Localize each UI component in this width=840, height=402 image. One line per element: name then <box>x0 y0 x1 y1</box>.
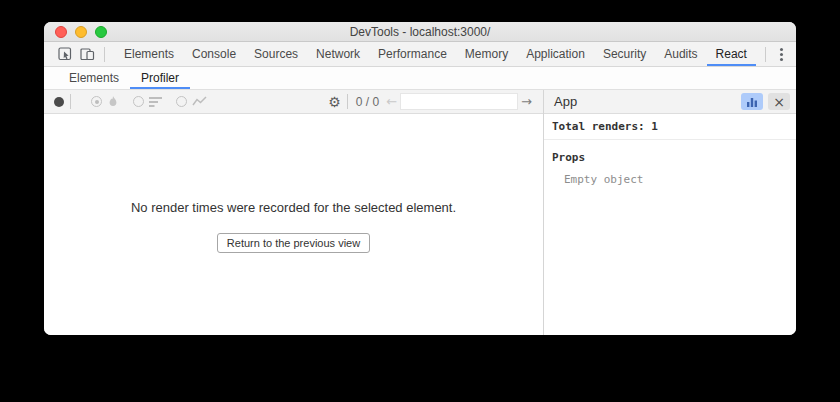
ranked-bars-icon <box>149 97 162 107</box>
window-title: DevTools - localhost:3000/ <box>350 25 491 39</box>
subtab-elements[interactable]: Elements <box>58 67 130 89</box>
total-renders-label: Total renders: <box>552 120 645 133</box>
react-subtabbar: Elements Profiler <box>44 67 796 90</box>
bar-chart-icon <box>746 96 758 107</box>
devtools-window: DevTools - localhost:3000/ Elements Cons… <box>44 22 796 335</box>
props-heading: Props <box>544 140 796 164</box>
radio-interactions[interactable] <box>176 96 187 107</box>
tab-audits[interactable]: Audits <box>655 42 706 66</box>
profiler-toolbar: ⚙ 0 / 0 ← → <box>44 90 543 114</box>
divider <box>765 47 766 62</box>
total-renders-value: 1 <box>651 120 658 133</box>
tab-network[interactable]: Network <box>307 42 369 66</box>
selected-element-panel: Total renders: 1 Props Empty object <box>544 114 796 335</box>
tab-console[interactable]: Console <box>183 42 245 66</box>
zoom-window-button[interactable] <box>95 26 107 38</box>
radio-ranked[interactable] <box>133 96 144 107</box>
selected-element-panel-header: App × <box>544 90 796 114</box>
tab-memory[interactable]: Memory <box>456 42 517 66</box>
empty-state-message: No render times were recorded for the se… <box>131 200 456 215</box>
record-button[interactable] <box>54 97 64 107</box>
return-previous-view-button[interactable]: Return to the previous view <box>217 233 370 253</box>
tab-performance[interactable]: Performance <box>369 42 456 66</box>
mode-interactions[interactable] <box>176 96 207 107</box>
inspect-cursor-icon[interactable] <box>54 44 76 64</box>
tab-sources[interactable]: Sources <box>245 42 307 66</box>
mode-flamegraph[interactable] <box>91 95 119 108</box>
render-chart-button[interactable] <box>741 93 763 110</box>
total-renders-row: Total renders: 1 <box>544 114 796 140</box>
mode-ranked[interactable] <box>133 96 162 107</box>
prev-commit-button[interactable]: ← <box>383 95 400 108</box>
profiler-toolbar-row: ⚙ 0 / 0 ← → App × <box>44 90 796 114</box>
traffic-lights <box>55 26 107 38</box>
close-window-button[interactable] <box>55 26 67 38</box>
tab-elements[interactable]: Elements <box>115 42 183 66</box>
divider <box>70 94 71 109</box>
profiler-main-pane: No render times were recorded for the se… <box>44 114 543 335</box>
next-commit-button[interactable]: → <box>518 95 535 108</box>
search-input[interactable] <box>400 93 518 110</box>
devtools-tabbar: Elements Console Sources Network Perform… <box>44 42 796 67</box>
minimize-window-button[interactable] <box>75 26 87 38</box>
radio-flamegraph[interactable] <box>91 96 102 107</box>
flame-icon <box>107 95 119 108</box>
tab-application[interactable]: Application <box>517 42 594 66</box>
tab-list: Elements Console Sources Network Perform… <box>115 42 759 66</box>
divider <box>104 47 105 62</box>
subtab-profiler[interactable]: Profiler <box>130 67 190 89</box>
tab-react[interactable]: React <box>707 42 756 66</box>
divider <box>347 94 348 109</box>
props-value: Empty object <box>544 164 796 186</box>
kebab-menu-icon[interactable] <box>772 44 790 64</box>
tab-security[interactable]: Security <box>594 42 655 66</box>
panel-title: App <box>554 94 736 109</box>
commit-chart-icon <box>192 96 207 107</box>
commit-counter: 0 / 0 <box>356 95 379 109</box>
close-panel-button[interactable]: × <box>768 93 790 110</box>
settings-gear-icon[interactable]: ⚙ <box>328 95 341 109</box>
device-toolbar-icon[interactable] <box>76 44 98 64</box>
content-area: No render times were recorded for the se… <box>44 114 796 335</box>
titlebar: DevTools - localhost:3000/ <box>44 22 796 42</box>
